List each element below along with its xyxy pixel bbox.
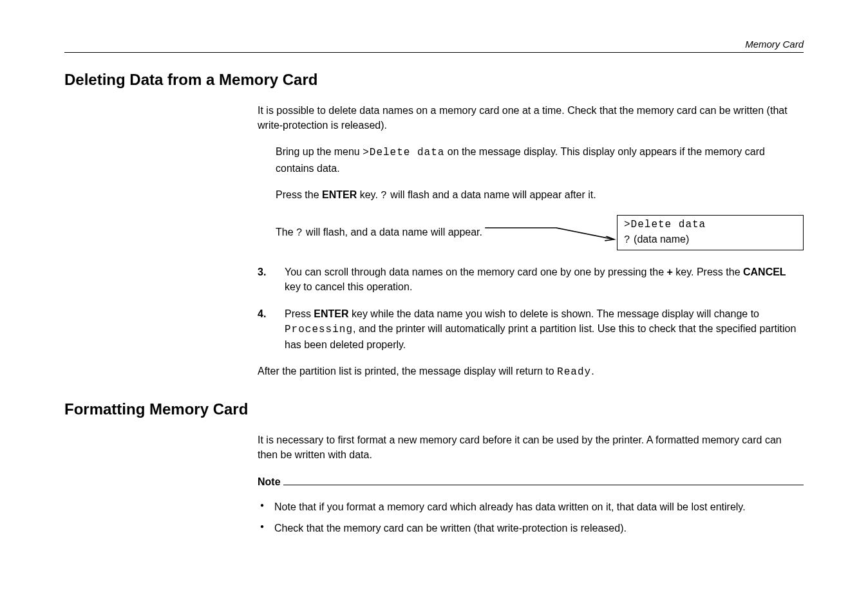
text: key while the data name you wish to dele… <box>349 308 759 319</box>
outro-paragraph: After the partition list is printed, the… <box>258 364 804 380</box>
key-enter: ENTER <box>322 189 357 200</box>
text: key. Press the <box>673 266 743 277</box>
header-rule <box>64 52 804 53</box>
text: will flash and a data name will appear a… <box>388 189 596 200</box>
list-item: Check that the memory card can be writte… <box>258 521 804 535</box>
note-heading: Note <box>258 474 804 489</box>
step-number: 3. <box>258 265 273 294</box>
text: . <box>591 366 594 377</box>
display-line-1: >Delete data <box>624 218 797 232</box>
display-line-2: ? (data name) <box>624 232 797 248</box>
body-deleting: It is possible to delete data names on a… <box>258 103 804 380</box>
text: The <box>276 227 296 237</box>
step-text: You can scroll through data names on the… <box>285 265 804 294</box>
step-number: 4. <box>258 306 273 353</box>
text: You can scroll through data names on the… <box>285 266 667 277</box>
note-bullets: Note that if you format a memory card wh… <box>258 499 804 535</box>
list-item: Note that if you format a memory card wh… <box>258 499 804 514</box>
text: key. <box>357 189 381 200</box>
step-3: 3. You can scroll through data names on … <box>258 265 804 294</box>
text: , and the printer will automatically pri… <box>285 323 796 350</box>
note-rule <box>283 476 804 485</box>
message-display: >Delete data ? (data name) <box>617 215 804 250</box>
text: Note that if you format a memory card wh… <box>274 499 746 514</box>
text: key to cancel this operation. <box>285 281 412 292</box>
step-4: 4. Press ENTER key while the data name y… <box>258 306 804 353</box>
text: will flash, and a data name will appear. <box>303 227 482 237</box>
text: Press the <box>276 189 322 200</box>
heading-formatting: Formatting Memory Card <box>64 400 804 418</box>
lcd-text: ? <box>381 190 388 201</box>
text: After the partition list is printed, the… <box>258 366 557 377</box>
step-2: Press the ENTER key. ? will flash and a … <box>276 187 804 203</box>
body-formatting: It is necessary to first format a new me… <box>258 433 804 535</box>
section-deleting: Deleting Data from a Memory Card It is p… <box>64 71 804 380</box>
intro-paragraph: It is necessary to first format a new me… <box>258 433 804 462</box>
text: (data name) <box>631 234 690 245</box>
text: Check that the memory card can be writte… <box>274 521 627 535</box>
numbered-steps: 3. You can scroll through data names on … <box>258 265 804 352</box>
callout-connector <box>482 221 617 245</box>
key-cancel: CANCEL <box>743 266 786 277</box>
lcd-text: Processing <box>285 324 353 335</box>
callout-caption: The ? will flash, and a data name will a… <box>276 225 482 241</box>
key-enter: ENTER <box>314 308 348 319</box>
heading-deleting: Deleting Data from a Memory Card <box>64 71 804 89</box>
step-text: Press ENTER key while the data name you … <box>285 306 804 353</box>
lcd-text: ? <box>624 234 631 246</box>
breadcrumb: Memory Card <box>64 39 804 50</box>
step-1: Bring up the menu >Delete data on the me… <box>276 144 804 175</box>
page: Memory Card Deleting Data from a Memory … <box>0 0 868 582</box>
text: Press <box>285 308 314 319</box>
note-label: Note <box>258 474 281 489</box>
intro-paragraph: It is possible to delete data names on a… <box>258 103 804 133</box>
text: Bring up the menu <box>276 146 363 157</box>
callout-row: The ? will flash, and a data name will a… <box>276 215 804 250</box>
section-formatting: Formatting Memory Card It is necessary t… <box>64 400 804 535</box>
key-plus: + <box>667 266 673 277</box>
lcd-text: ? <box>296 227 303 239</box>
lcd-text: >Delete data <box>363 147 444 158</box>
lcd-text: Ready <box>557 366 591 378</box>
